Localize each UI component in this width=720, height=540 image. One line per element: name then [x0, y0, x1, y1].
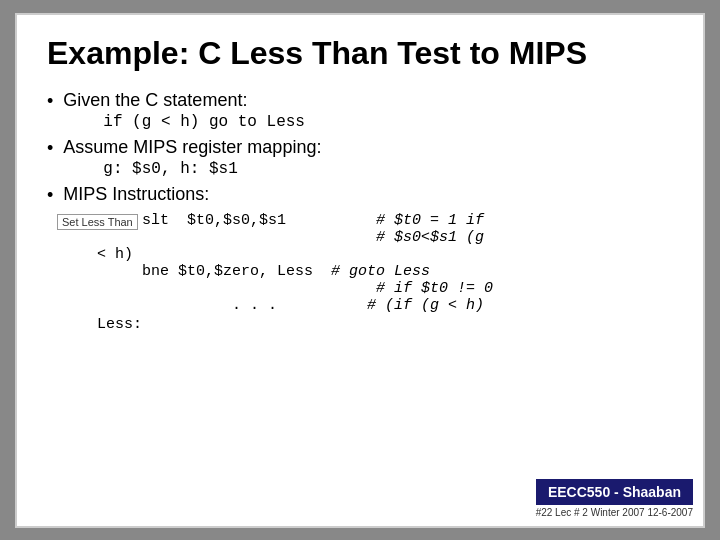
bullet-1-text: Given the C statement:: [63, 90, 247, 110]
footer-badge: EECC550 - Shaaban: [536, 479, 693, 505]
slt-comment: # $t0 = 1 if: [286, 212, 484, 229]
bullet-dot-3: •: [47, 185, 53, 206]
bullet-3-text: MIPS Instructions:: [63, 184, 209, 205]
code-line-leqh: < h): [97, 246, 673, 263]
footer-sub: #22 Lec # 2 Winter 2007 12-6-2007: [536, 507, 693, 518]
bullet-1-code: if (g < h) go to Less: [103, 113, 305, 131]
set-less-label: Set Less Than: [57, 214, 138, 230]
bullet-3: • MIPS Instructions:: [47, 184, 673, 206]
code-line-comment1: # $s0<$s1 (g: [97, 229, 673, 246]
code-line-bne: bne $t0,$zero, Less # goto Less: [97, 263, 673, 280]
code-section: Set Less Than slt $t0,$s0,$s1 # $t0 = 1 …: [67, 212, 673, 333]
bullet-dot-1: •: [47, 91, 53, 112]
code-line-comment2: # if $t0 != 0: [97, 280, 673, 297]
dots-text: . . .: [97, 297, 349, 314]
bullet-1: • Given the C statement: if (g < h) go t…: [47, 90, 673, 131]
code-line-less: Less:: [97, 316, 673, 333]
slide: Example: C Less Than Test to MIPS • Give…: [15, 13, 705, 528]
bne-instruction: bne $t0,$zero, Less: [97, 263, 322, 280]
code-line-dots: . . . # (if (g < h): [97, 297, 673, 314]
dots-comment: # (if (g < h): [349, 297, 484, 314]
code-line-slt: slt $t0,$s0,$s1 # $t0 = 1 if: [97, 212, 673, 229]
bullet-2-code: g: $s0, h: $s1: [103, 160, 321, 178]
bne-comment: # goto Less: [322, 263, 430, 280]
bullet-dot-2: •: [47, 138, 53, 159]
bullet-2-text: Assume MIPS register mapping:: [63, 137, 321, 157]
slide-title: Example: C Less Than Test to MIPS: [47, 35, 673, 72]
footer: EECC550 - Shaaban #22 Lec # 2 Winter 200…: [536, 479, 693, 518]
bullet-2: • Assume MIPS register mapping: g: $s0, …: [47, 137, 673, 178]
